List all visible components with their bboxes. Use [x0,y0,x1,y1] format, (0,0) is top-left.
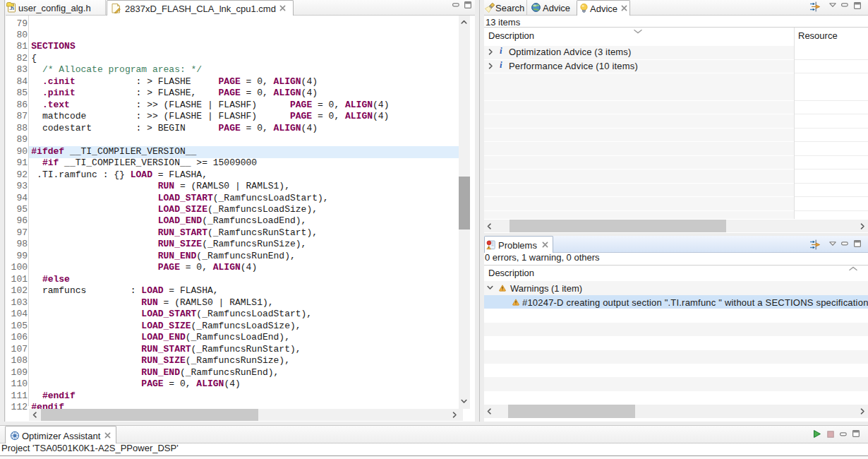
svg-text:.h: .h [9,5,14,11]
